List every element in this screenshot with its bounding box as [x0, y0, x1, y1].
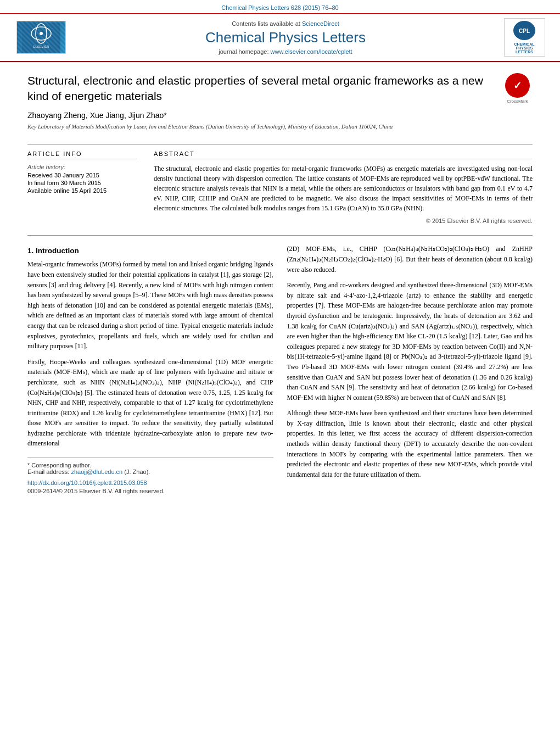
intro-paragraph-1: Metal-organic frameworks (MOFs) formed b…	[27, 259, 273, 351]
header-center: Contents lists available at ScienceDirec…	[71, 20, 500, 55]
section-divider	[27, 235, 533, 236]
right-paragraph-1: (2D) MOF-EMs, i.e., CHHP (Co₂(N₂H₄)₄(N₂H…	[287, 244, 533, 275]
cpl-icon: CPL	[513, 21, 535, 40]
article-history-label: Article history:	[27, 164, 137, 170]
info-section: ARTICLE INFO Article history: Received 3…	[27, 144, 533, 224]
article-title-text: Structural, electronic and elastic prope…	[27, 73, 494, 131]
header-right: CPL CHEMICALPHYSICSLETTERS	[500, 18, 549, 57]
abstract-text: The structural, electronic and elastic p…	[154, 164, 533, 213]
svg-point-1	[31, 27, 51, 40]
footnote-section: * Corresponding author. E-mail address: …	[27, 457, 273, 494]
crossmark-label: CrossMark	[507, 99, 528, 104]
issn-line: 0009-2614/© 2015 Elsevier B.V. All right…	[27, 488, 273, 494]
sciencedirect-link[interactable]: ScienceDirect	[302, 20, 339, 27]
elsevier-logo: ELSEVIER	[11, 21, 71, 54]
right-paragraph-2: Recently, Pang and co-workers designed a…	[287, 280, 533, 403]
journal-homepage: journal homepage: www.elsevier.com/locat…	[71, 48, 500, 55]
received-date: Received 30 January 2015	[27, 172, 137, 178]
crossmark-icon: ✓	[505, 73, 530, 98]
doi-link[interactable]: http://dx.doi.org/10.1016/j.cplett.2015.…	[27, 479, 147, 486]
intro-paragraph-2: Firstly, Hoope-Weeks and colleagues synt…	[27, 357, 273, 449]
article-info-box: ARTICLE INFO Article history: Received 3…	[27, 150, 137, 224]
crossmark-badge: ✓ CrossMark	[502, 73, 533, 104]
header-top-bar: Chemical Physics Letters 628 (2015) 76–8…	[0, 0, 560, 14]
main-content: 1. Introduction Metal-organic frameworks…	[27, 244, 533, 494]
email-note: E-mail address: zhaojj@dlut.edu.cn (J. Z…	[27, 468, 273, 475]
elsevier-logo-image: ELSEVIER	[16, 21, 66, 54]
header-main: ELSEVIER Contents lists available at Sci…	[0, 14, 560, 62]
corresponding-author-note: * Corresponding author.	[27, 462, 273, 468]
email-link[interactable]: zhaojj@dlut.edu.cn	[71, 468, 122, 475]
copyright-line: © 2015 Elsevier B.V. All rights reserved…	[154, 217, 533, 224]
article-title-section: Structural, electronic and elastic prope…	[27, 73, 533, 136]
journal-logo-box: CPL CHEMICALPHYSICSLETTERS	[504, 18, 545, 57]
article-info-heading: ARTICLE INFO	[27, 150, 137, 159]
svg-text:CPL: CPL	[519, 28, 530, 34]
svg-text:ELSEVIER: ELSEVIER	[33, 45, 49, 48]
journal-reference: Chemical Physics Letters 628 (2015) 76–8…	[221, 4, 338, 11]
revised-date: In final form 30 March 2015	[27, 180, 137, 186]
journal-homepage-link[interactable]: www.elsevier.com/locate/cplett	[271, 48, 352, 55]
abstract-heading: ABSTRACT	[154, 150, 533, 159]
abstract-section: ABSTRACT The structural, electronic and …	[154, 150, 533, 224]
article-body: Structural, electronic and elastic prope…	[0, 62, 560, 505]
svg-point-3	[40, 32, 43, 35]
article-authors: Zhaoyang Zheng, Xue Jiang, Jijun Zhao*	[27, 111, 494, 120]
right-paragraph-3: Although these MOF-EMs have been synthes…	[287, 408, 533, 479]
article-affiliation: Key Laboratory of Materials Modification…	[27, 123, 494, 131]
svg-point-2	[36, 24, 47, 43]
article-title: Structural, electronic and elastic prope…	[27, 73, 494, 104]
left-column: 1. Introduction Metal-organic frameworks…	[27, 244, 273, 494]
contents-available-text: Contents lists available at ScienceDirec…	[71, 20, 500, 27]
journal-title: Chemical Physics Letters	[71, 29, 500, 46]
journal-logo-text1: CHEMICALPHYSICSLETTERS	[514, 42, 535, 54]
page: Chemical Physics Letters 628 (2015) 76–8…	[0, 0, 560, 742]
available-date: Available online 15 April 2015	[27, 187, 137, 194]
intro-section-title: 1. Introduction	[27, 247, 273, 255]
svg-rect-0	[22, 23, 60, 53]
elsevier-logo-section: ELSEVIER	[11, 21, 71, 54]
right-column: (2D) MOF-EMs, i.e., CHHP (Co₂(N₂H₄)₄(N₂H…	[287, 244, 533, 494]
